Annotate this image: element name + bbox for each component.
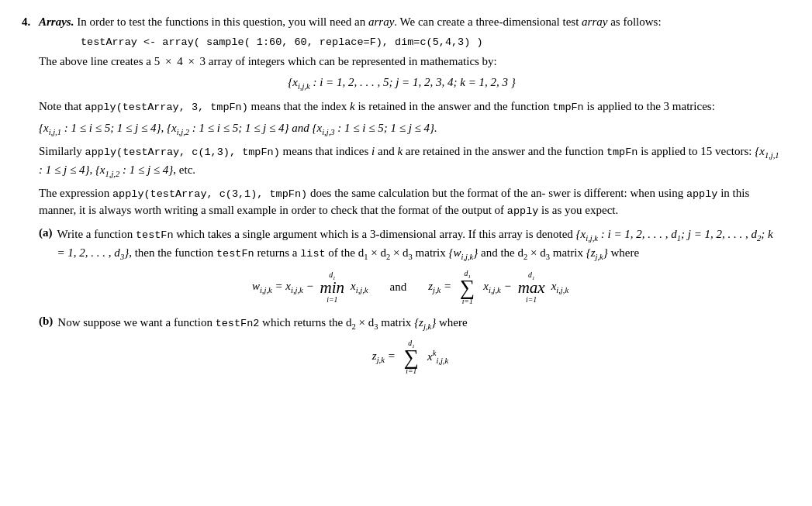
part-a-formulas: wi,j,k = xi,j,k − d1 min i=1 xi,j,k and …: [39, 269, 782, 305]
array-description: The above line creates a 5 × 4 × 3 array…: [39, 53, 782, 71]
and-connector: and: [390, 281, 407, 294]
math-set-notation: {xi,j,k : i = 1, 2, . . . , 5; j = 1, 2,…: [22, 76, 782, 91]
part-a: (a) Write a function testFn which takes …: [39, 226, 782, 305]
part-b-formula: zj,k = d1 ∑ i=1 xki,j,k: [39, 339, 782, 375]
similarly-para: Similarly apply(testArray, c(1,3), tmpFn…: [39, 143, 782, 179]
question-header: 4. Arrays. In order to test the function…: [22, 14, 782, 31]
part-a-text: Write a function testFn which takes a si…: [57, 226, 783, 262]
part-a-label: (a): [39, 226, 53, 262]
part-b: (b) Now suppose we want a function testF…: [39, 315, 782, 375]
arrays-title: Arrays.: [39, 15, 74, 28]
matrices-para: {xi,j,1 : 1 ≤ i ≤ 5; 1 ≤ j ≤ 4}, {xi,j,2…: [39, 120, 782, 138]
part-b-header: (b) Now suppose we want a function testF…: [39, 315, 782, 332]
part-b-label: (b): [39, 315, 53, 332]
part-a-header: (a) Write a function testFn which takes …: [39, 226, 782, 262]
code-section: testArray <- array( sample( 1:60, 60, re…: [51, 36, 782, 48]
zb-formula: zj,k = d1 ∑ i=1 xki,j,k: [372, 339, 448, 375]
code-line: testArray <- array( sample( 1:60, 60, re…: [81, 36, 782, 48]
w-formula: wi,j,k = xi,j,k − d1 min i=1 xi,j,k: [252, 270, 368, 304]
question-number: 4.: [22, 14, 39, 31]
note-para: Note that apply(testArray, 3, tmpFn) mea…: [39, 98, 782, 115]
question-4-block: 4. Arrays. In order to test the function…: [22, 14, 782, 375]
intro-text: In order to test the functions in this q…: [77, 15, 661, 28]
z-formula: zj,k = d1 ∑ i=1 xi,j,k − d1 max i=1 xi,j…: [428, 269, 568, 305]
part-b-text: Now suppose we want a function testFn2 w…: [57, 315, 782, 332]
expression-para: The expression apply(testArray, c(3,1), …: [39, 185, 782, 219]
question-intro: Arrays. In order to test the functions i…: [39, 14, 782, 31]
